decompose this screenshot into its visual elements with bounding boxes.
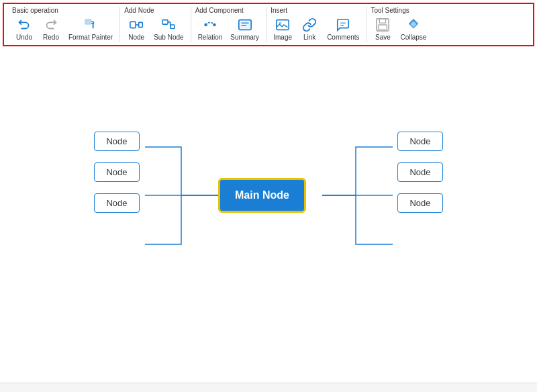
left-nodes: Node Node Node [94,132,140,213]
group-basic-operation-items: Undo Redo [12,15,115,42]
left-node-1[interactable]: Node [94,132,140,151]
relation-icon [202,17,218,33]
svg-rect-7 [170,25,175,29]
left-node-3[interactable]: Node [94,193,140,213]
svg-rect-1 [130,21,136,28]
group-tool-settings-items: Save Collapse [371,15,429,42]
sub-node-button[interactable]: Sub Node [151,15,186,42]
undo-label: Undo [16,34,32,41]
save-button[interactable]: Save [371,15,395,42]
bottom-scrollbar[interactable] [0,383,537,392]
redo-label: Redo [43,34,59,41]
svg-rect-4 [162,20,168,24]
link-icon [301,17,318,33]
format-painter-button[interactable]: Format Painter [66,15,115,42]
svg-rect-0 [85,19,91,24]
group-add-component: Add Component Relation [191,7,267,42]
svg-rect-10 [239,20,251,30]
group-insert: Insert Image [266,7,367,42]
comments-icon [335,17,351,33]
svg-rect-3 [139,22,143,27]
collapse-label: Collapse [400,34,426,41]
group-add-component-items: Relation Summary [195,15,262,42]
main-node[interactable]: Main Node [218,178,306,213]
right-nodes: Node Node Node [397,132,443,213]
right-node-2[interactable]: Node [397,162,443,182]
image-label: Image [273,34,292,41]
comments-button[interactable]: Comments [324,15,362,42]
image-icon [275,17,291,33]
comments-label: Comments [327,34,359,41]
node-icon [128,17,144,33]
group-basic-operation: Basic operation Undo [8,7,120,42]
redo-icon [43,17,59,33]
right-node-1[interactable]: Node [397,132,443,151]
relation-label: Relation [198,34,223,41]
image-button[interactable]: Image [271,15,295,42]
group-insert-items: Image Link [271,15,362,42]
format-painter-icon [83,17,99,33]
summary-label: Summary [230,34,259,41]
toolbar: Basic operation Undo [3,3,534,46]
svg-rect-18 [380,19,386,23]
group-add-node-items: Node Sub Node [124,15,186,42]
undo-button[interactable]: Undo [12,15,36,42]
svg-rect-19 [379,25,387,30]
node-button[interactable]: Node [124,15,148,42]
group-tool-settings: Tool Settings Save [367,7,433,42]
format-painter-label: Format Painter [68,34,113,41]
link-button[interactable]: Link [297,15,322,42]
redo-button[interactable]: Redo [39,15,63,42]
undo-icon [16,17,32,33]
left-node-2[interactable]: Node [94,162,140,182]
group-add-component-label: Add Component [195,7,244,14]
link-label: Link [303,34,315,41]
collapse-icon [405,17,422,33]
group-add-node: Add Node Node [120,7,191,42]
save-label: Save [375,34,391,41]
node-label: Node [128,34,144,41]
right-node-3[interactable]: Node [397,193,443,213]
group-basic-operation-label: Basic operation [12,7,58,14]
relation-button[interactable]: Relation [195,15,226,42]
save-icon [375,17,391,33]
mindmap: Node Node Node Main Node Node Node Node [94,121,443,269]
svg-point-9 [213,23,216,27]
summary-button[interactable]: Summary [228,15,262,42]
group-tool-settings-label: Tool Settings [371,7,409,14]
canvas: Node Node Node Main Node Node Node Node [0,52,537,392]
svg-point-8 [204,23,207,27]
sub-node-label: Sub Node [154,34,183,41]
group-add-node-label: Add Node [124,7,154,14]
sub-node-icon [160,17,177,33]
collapse-button[interactable]: Collapse [397,15,429,42]
group-insert-label: Insert [271,7,287,14]
summary-icon [237,17,253,33]
